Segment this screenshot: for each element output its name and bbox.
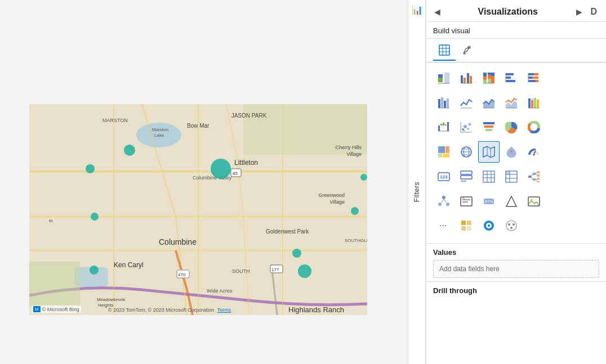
map-dot-7[interactable] [292,249,301,258]
viz-icon-donut[interactable] [523,116,545,138]
map-dot-6[interactable] [90,266,99,275]
map-dot-3[interactable] [360,174,367,181]
viz-icon-textbox[interactable]: A [456,191,477,212]
svg-point-177 [508,223,510,226]
viz-icon-line-area[interactable] [501,92,522,114]
svg-rect-55 [483,80,487,83]
svg-text:Bow Mar: Bow Mar [187,123,210,129]
viz-icon-stacked-bar[interactable] [433,68,454,89]
map-dot-5[interactable] [91,213,99,221]
viz-icon-key-influencers[interactable] [433,191,454,212]
viz-icon-scatter[interactable] [456,116,477,138]
svg-rect-169 [461,221,466,225]
svg-text:···: ··· [439,221,447,230]
svg-rect-111 [438,146,445,153]
viz-icon-map[interactable] [478,141,500,163]
viz-icon-area[interactable] [478,92,500,114]
tab-fields[interactable] [433,42,456,61]
svg-text:Cherry Hills: Cherry Hills [335,145,362,150]
svg-line-150 [536,172,537,174]
viz-icon-matrix[interactable] [501,166,522,187]
viz-icon-custom3[interactable] [501,215,522,236]
viz-icon-bar-h[interactable] [501,68,522,89]
svg-text:Littleton: Littleton [234,159,258,167]
svg-text:A: A [462,196,465,200]
svg-line-151 [536,174,537,176]
svg-rect-105 [485,129,492,131]
viz-icon-card[interactable]: 123 [433,166,454,187]
svg-point-123 [510,150,513,152]
viz-icon-waterfall[interactable] [433,116,454,138]
right-panel: ◀ Visualizations ▶ D Build visual [426,0,606,364]
viz-icon-decomp-tree[interactable] [523,166,545,187]
map-copyright: © 2023 TomTom, © 2023 Microsoft Corporat… [108,307,231,313]
viz-icon-treemap[interactable] [433,141,454,163]
values-drop-zone[interactable]: Add data fields here [433,260,599,278]
svg-text:Lake: Lake [154,133,164,138]
svg-point-154 [442,196,445,199]
map-terms-link[interactable]: Terms [217,307,231,313]
svg-point-110 [531,124,537,131]
svg-line-157 [442,199,444,203]
map-container[interactable]: Marston Lake 85 177 [29,104,367,315]
svg-rect-90 [440,125,442,129]
tab-format[interactable] [456,42,478,61]
svg-rect-143 [533,178,536,181]
visual-type-tabs [426,39,606,63]
viz-icon-line[interactable] [456,92,477,114]
svg-rect-60 [491,76,494,83]
viz-icon-clustered-bar[interactable] [456,68,477,89]
viz-icon-bar-extra[interactable] [433,92,454,114]
svg-rect-141 [528,176,531,178]
map-dot-2[interactable] [86,164,95,173]
svg-rect-86 [537,100,539,108]
svg-text:SOUTH: SOUTH [232,268,250,274]
viz-icon-button[interactable]: BTN [478,191,500,212]
viz-icon-filled-map[interactable] [501,141,522,163]
map-dot-1[interactable] [124,145,135,156]
svg-text:th: th [49,218,53,223]
svg-rect-170 [461,226,466,231]
viz-icon-shape[interactable] [501,191,522,212]
svg-text:SOUTHGLENN: SOUTHGLENN [345,238,367,243]
svg-rect-145 [537,174,540,177]
panel-collapse-left[interactable]: ◀ [433,6,442,17]
svg-rect-74 [441,97,443,108]
svg-rect-50 [467,73,469,83]
svg-text:Meadowbrook: Meadowbrook [97,297,126,302]
svg-rect-46 [444,73,449,84]
svg-text:470: 470 [178,272,186,277]
viz-icon-globe[interactable] [456,141,477,163]
panel-header-actions: ▶ D [574,6,599,18]
viz-icon-gauge[interactable] [523,141,545,163]
svg-rect-88 [438,125,440,131]
map-dot-littleton[interactable] [211,159,231,179]
panel-header: ◀ Visualizations ▶ D [426,0,606,22]
viz-icon-image[interactable] [523,191,545,212]
svg-rect-137 [506,171,510,174]
viz-icon-more[interactable]: ··· [433,215,454,236]
map-dot-8[interactable] [298,264,311,278]
panel-title: Visualizations [478,7,538,17]
viz-icon-custom1[interactable] [456,215,477,236]
viz-icon-multirow-card[interactable] [456,166,477,187]
panel-expand-right[interactable]: ▶ [574,6,585,17]
viz-icon-ribbon[interactable] [523,92,545,114]
map-dot-4[interactable] [351,207,359,215]
viz-icon-100pct-bar[interactable] [478,68,500,89]
svg-text:Greenwood: Greenwood [318,192,345,198]
svg-text:Wide Acres: Wide Acres [207,288,233,294]
panel-extra-button[interactable]: D [588,6,599,18]
map-svg: Marston Lake 85 177 [29,104,367,315]
viz-icon-funnel[interactable] [478,116,500,138]
filters-tab-button[interactable]: Filters [411,178,423,205]
viz-icon-table[interactable] [478,166,500,187]
svg-line-153 [536,179,537,182]
svg-rect-129 [461,176,472,179]
viz-icon-pie[interactable] [501,116,522,138]
viz-icon-custom2[interactable] [478,215,500,236]
values-section: Values Add data fields here [426,243,606,281]
svg-rect-84 [531,100,533,108]
filters-chart-icon[interactable]: 📊 [408,0,425,20]
viz-icon-stacked-bar-h[interactable] [523,68,545,89]
